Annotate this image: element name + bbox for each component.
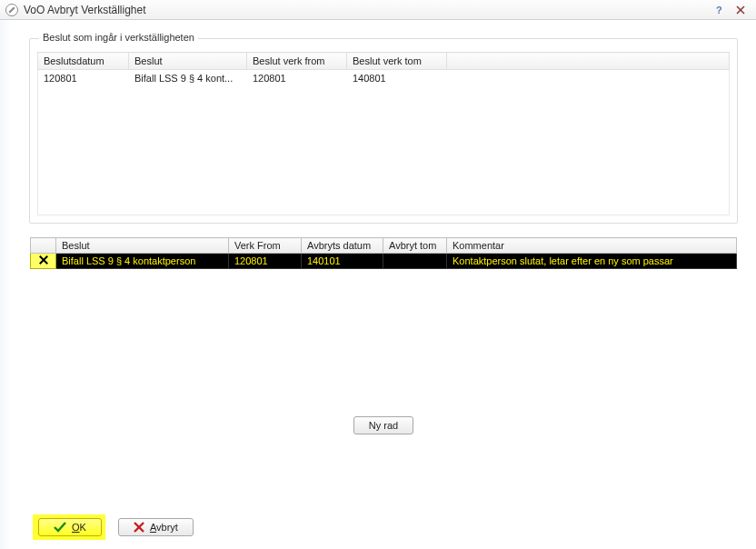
cell-kommentar[interactable]: Kontaktperson slutat, letar efter en ny …	[447, 254, 737, 269]
cell-beslut[interactable]: Bifall LSS 9 § 4 kontaktperson	[56, 254, 229, 269]
avbryt-button[interactable]: Avbryt	[118, 518, 194, 536]
col-rowheader	[31, 238, 56, 254]
group-legend: Beslut som ingår i verkställigheten	[39, 32, 198, 43]
delete-x-icon	[37, 254, 50, 266]
col-avbryt-tom[interactable]: Avbryt tom	[383, 238, 447, 254]
col-verk-from[interactable]: Verk From	[229, 238, 302, 254]
col-beslut[interactable]: Beslut	[56, 238, 229, 254]
cell-avbryt-tom[interactable]	[383, 254, 447, 269]
bottom-grid: Beslut Verk From Avbryts datum Avbryt to…	[30, 237, 737, 269]
svg-text:?: ?	[716, 5, 722, 15]
app-icon	[5, 4, 18, 16]
cell-beslutsdatum: 120801	[38, 70, 129, 87]
dialog-footer: OK Avbryt	[38, 518, 194, 536]
col-beslut-verk-tom[interactable]: Beslut verk tom	[347, 53, 447, 70]
window-title: VoO Avbryt Verkställighet	[24, 4, 146, 16]
grid-empty-space	[30, 269, 737, 405]
check-icon	[54, 522, 66, 533]
cell-beslut: Bifall LSS 9 § 4 kont...	[129, 70, 247, 87]
group-beslut-verkstallighet: Beslut som ingår i verkställigheten Besl…	[29, 38, 738, 224]
ny-rad-button[interactable]: Ny rad	[353, 416, 413, 434]
col-kommentar[interactable]: Kommentar	[447, 238, 737, 254]
cell-beslut-verk-from: 120801	[247, 70, 347, 87]
ok-label: OK	[72, 522, 86, 533]
top-table-body[interactable]: 120801 Bifall LSS 9 § 4 kont... 120801 1…	[37, 70, 730, 215]
table-header-row: Beslutsdatum Beslut Beslut verk from Bes…	[38, 53, 730, 70]
col-avbryts-datum[interactable]: Avbryts datum	[302, 238, 383, 254]
cell-avbryts-datum[interactable]: 140101	[302, 254, 383, 269]
grid-row[interactable]: Bifall LSS 9 § 4 kontaktperson 120801 14…	[31, 254, 737, 269]
col-beslut[interactable]: Beslut	[129, 53, 247, 70]
col-beslut-verk-from[interactable]: Beslut verk from	[247, 53, 347, 70]
close-button[interactable]	[731, 3, 751, 17]
ny-rad-label: Ny rad	[369, 420, 398, 431]
help-button[interactable]: ?	[709, 3, 729, 17]
top-table: Beslutsdatum Beslut Beslut verk from Bes…	[37, 52, 730, 70]
avbryt-label: Avbryt	[150, 522, 178, 533]
client-area: Beslut som ingår i verkställigheten Besl…	[11, 20, 756, 549]
cancel-x-icon	[134, 522, 144, 533]
cell-beslut-verk-tom: 140801	[347, 70, 447, 87]
col-spacer	[447, 53, 730, 70]
cell-verk-from[interactable]: 120801	[229, 254, 302, 269]
ok-button[interactable]: OK	[38, 518, 102, 536]
grid-header-row: Beslut Verk From Avbryts datum Avbryt to…	[31, 238, 737, 254]
col-beslutsdatum[interactable]: Beslutsdatum	[38, 53, 129, 70]
bottom-grid-wrap: Beslut Verk From Avbryts datum Avbryt to…	[29, 236, 738, 452]
table-row[interactable]: 120801 Bifall LSS 9 § 4 kont... 120801 1…	[38, 70, 729, 87]
row-delete-button[interactable]	[31, 254, 56, 269]
titlebar: VoO Avbryt Verkställighet ?	[0, 0, 756, 20]
